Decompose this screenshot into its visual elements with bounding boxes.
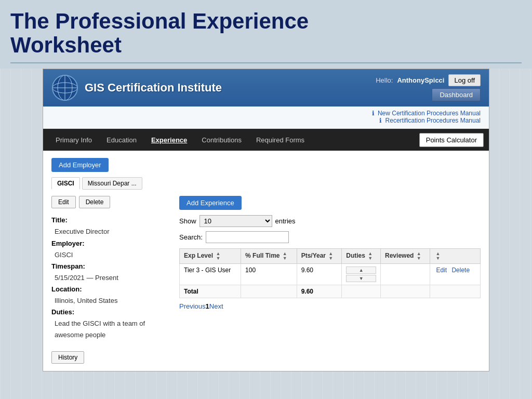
next-link[interactable]: Next (209, 302, 223, 310)
title-label: Title: (51, 216, 68, 224)
tab-experience[interactable]: Experience (144, 131, 194, 149)
cell-reviewed (381, 264, 430, 285)
entries-select[interactable]: 10 25 50 100 (200, 215, 272, 227)
col-pct-full-time: % Full Time ▲ ▼ (241, 249, 297, 264)
timespan-label: Timespan: (51, 262, 85, 270)
tab-required-forms[interactable]: Required Forms (249, 131, 312, 149)
points-calculator-button[interactable]: Points Calculator (419, 133, 484, 147)
header-left: GIS Certification Institute (51, 74, 222, 101)
cell-pts-year: 9.60 (297, 264, 342, 285)
header-right: Hello: AnthonySpicci Log off Dashboard (376, 74, 481, 101)
new-cert-link[interactable]: ℹ New Certification Procedures Manual (51, 110, 481, 117)
location-row: Location: (51, 284, 171, 295)
org-name: GIS Certification Institute (85, 81, 222, 95)
row-edit-button[interactable]: Edit (434, 267, 448, 274)
sort-pct[interactable]: ▲ ▼ (283, 251, 287, 261)
left-column: Edit Delete Title: Executive Director Em… (51, 196, 171, 364)
recert-link[interactable]: ℹ Recertification Procedures Manual (51, 117, 481, 124)
title-row: Title: (51, 215, 171, 226)
title-divider (10, 62, 522, 63)
header-bar: GIS Certification Institute Hello: Antho… (43, 69, 489, 107)
employer-label: Employer: (51, 240, 85, 247)
duty-up-button[interactable]: ▲ (346, 267, 376, 274)
sort-down[interactable]: ▼ (328, 256, 333, 261)
employer-tabs: GISCI Missouri Depar ... (51, 177, 481, 190)
cell-row-actions: Edit Delete (430, 264, 481, 285)
title-value: Executive Director (51, 226, 171, 237)
current-page: 1 (206, 302, 209, 310)
employer-tab-gisci[interactable]: GISCI (51, 177, 80, 190)
username-text: AnthonySpicci (397, 76, 444, 84)
info-icon-1: ℹ (372, 110, 375, 117)
entries-label: entries (275, 217, 296, 225)
col-exp-level: Exp Level ▲ ▼ (180, 249, 241, 264)
sort-down[interactable]: ▼ (216, 256, 220, 261)
search-row: Search: (179, 231, 481, 243)
cell-duties: ▲ ▼ (342, 264, 381, 285)
tab-primary-info[interactable]: Primary Info (48, 131, 99, 149)
globe-logo (51, 74, 78, 101)
sort-actions[interactable]: ▲ ▼ (435, 251, 440, 261)
pagination: Previous1Next (179, 302, 481, 310)
row-delete-button[interactable]: Delete (450, 267, 471, 274)
info-icon-2: ℹ (379, 117, 382, 124)
total-blank-4 (430, 285, 481, 298)
col-pts-year: Pts/Year ▲ ▼ (297, 249, 342, 264)
duties-row: Duties: (51, 307, 171, 318)
add-employer-button[interactable]: Add Employer (51, 158, 109, 172)
total-blank-3 (381, 285, 430, 298)
total-pts: 9.60 (297, 285, 342, 298)
col-duties: Duties ▲ ▼ (342, 249, 381, 264)
cell-exp-level: Tier 3 - GIS User (180, 264, 241, 285)
history-button[interactable]: History (51, 351, 84, 364)
edit-button[interactable]: Edit (51, 196, 76, 208)
table-total-row: Total 9.60 (180, 285, 481, 298)
duties-value: Lead the GISCI with a team of awesome pe… (51, 318, 171, 341)
action-buttons: Edit Delete (51, 196, 171, 208)
timespan-value: 5/15/2021 — Present (51, 272, 171, 284)
sort-down[interactable]: ▼ (283, 256, 287, 261)
search-input[interactable] (206, 231, 289, 243)
timespan-row: Timespan: (51, 261, 171, 272)
hello-text: Hello: (376, 76, 393, 84)
employer-value: GISCI (51, 249, 171, 261)
duty-down-button[interactable]: ▼ (346, 275, 376, 282)
show-label: Show (179, 217, 196, 225)
sort-down[interactable]: ▼ (368, 256, 373, 261)
location-label: Location: (51, 285, 82, 293)
sort-down[interactable]: ▼ (435, 256, 440, 261)
add-experience-button[interactable]: Add Experience (179, 196, 242, 210)
tab-contributions[interactable]: Contributions (194, 131, 249, 149)
total-blank-1 (241, 285, 297, 298)
col-reviewed: Reviewed ▲ ▼ (381, 249, 430, 264)
previous-link[interactable]: Previous (179, 302, 206, 310)
total-label: Total (180, 285, 241, 298)
logoff-button[interactable]: Log off (448, 74, 481, 86)
location-value: Illinois, United States (51, 295, 171, 307)
employer-row: Employer: (51, 238, 171, 249)
experience-table: Exp Level ▲ ▼ % Full Time ▲ ▼ (179, 248, 481, 298)
col-actions: ▲ ▼ (430, 249, 481, 264)
sort-reviewed[interactable]: ▲ ▼ (417, 251, 421, 261)
dashboard-button[interactable]: Dashboard (432, 88, 481, 101)
tab-education[interactable]: Education (99, 131, 144, 149)
search-label: Search: (179, 233, 203, 241)
nav-tabs: Primary Info Education Experience Contri… (48, 131, 419, 149)
show-entries-row: Show 10 25 50 100 entries (179, 215, 481, 227)
cell-pct-full-time: 100 (241, 264, 297, 285)
right-column: Add Experience Show 10 25 50 100 entries… (179, 196, 481, 364)
table-header-row: Exp Level ▲ ▼ % Full Time ▲ ▼ (180, 249, 481, 264)
sort-exp-level[interactable]: ▲ ▼ (216, 251, 220, 261)
page-title: The Professional Experience Worksheet (10, 9, 522, 57)
two-column-layout: Edit Delete Title: Executive Director Em… (51, 196, 481, 364)
page-title-area: The Professional Experience Worksheet (0, 0, 532, 69)
links-area: ℹ New Certification Procedures Manual ℹ … (43, 107, 489, 129)
sort-down[interactable]: ▼ (417, 256, 421, 261)
delete-button[interactable]: Delete (79, 196, 111, 208)
info-section: Title: Executive Director Employer: GISC… (51, 215, 171, 341)
sort-pts[interactable]: ▲ ▼ (328, 251, 333, 261)
content-area: Add Employer GISCI Missouri Depar ... Ed… (43, 151, 489, 371)
duties-label: Duties: (51, 308, 74, 316)
sort-duties[interactable]: ▲ ▼ (368, 251, 373, 261)
employer-tab-missouri[interactable]: Missouri Depar ... (82, 177, 142, 190)
